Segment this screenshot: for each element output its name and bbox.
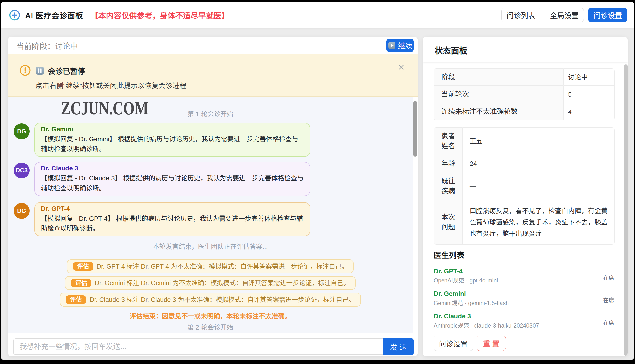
doctor-list-item: Dr. Gemini Gemini规范 · gemini-1.5-flash 在… bbox=[434, 289, 614, 307]
table-cell-value: — bbox=[463, 172, 615, 200]
message-gemini: DG Dr. Gemini 【模拟回复 - Dr. Gemini】 根据提供的病… bbox=[14, 123, 407, 157]
eval-box: 评估 Dr. Claude 3 标注 Dr. Claude 3 为不太准确：模拟… bbox=[60, 293, 361, 306]
doctors-list-title: 医生列表 bbox=[434, 250, 627, 260]
doctor-name: Dr. Claude 3 bbox=[434, 311, 614, 322]
round-divider: 第 2 轮会诊开始 bbox=[14, 324, 407, 331]
doctor-status: 在席 bbox=[603, 273, 614, 281]
paused-alert-banner: 会诊已暂停 点击右侧"继续"按钮或关闭此提示以恢复会诊进程 bbox=[8, 54, 418, 97]
message-bubble: Dr. Claude 3 【模拟回复 - Dr. Claude 3】 根据提供的… bbox=[35, 162, 310, 196]
message-text: 【模拟回复 - Dr. Gemini】 根据提供的病历与讨论历史，我认为需要进一… bbox=[41, 134, 304, 154]
chat-scrollbar-track[interactable] bbox=[413, 97, 418, 333]
table-row: 患者姓名 王五 bbox=[434, 127, 615, 155]
doctor-name: Dr. Gemini bbox=[41, 125, 304, 133]
table-row: 当前轮次 5 bbox=[434, 86, 615, 103]
consult-settings-button-secondary[interactable]: 问诊设置 bbox=[434, 336, 473, 351]
warning-circle-icon bbox=[20, 65, 31, 76]
app-logo-plus-icon bbox=[9, 10, 20, 20]
avatar: DG bbox=[14, 124, 30, 139]
doctor-spec: Anthropic规范 · claude-3-haiku-20240307 bbox=[434, 322, 614, 330]
doctor-status: 在席 bbox=[603, 296, 614, 304]
close-icon[interactable] bbox=[397, 63, 405, 71]
consultation-card: 当前阶段：讨论中 继续 bbox=[8, 37, 418, 356]
consult-list-button[interactable]: 问诊列表 bbox=[501, 8, 540, 22]
eval-badge: 评估 bbox=[73, 262, 93, 270]
reset-button[interactable]: 重 置 bbox=[477, 336, 506, 351]
doctor-spec: Gemini规范 · gemini-1.5-flash bbox=[434, 299, 614, 307]
chat-scroll-area[interactable]: ZCJUN.COM 第 1 轮会诊开始 DG Dr. Gemini 【模拟回复 … bbox=[8, 97, 413, 333]
table-row: 本次问题 口腔溃疡反复，看不见了，检查白内障，有金黄色葡萄球菌感染，反复手术，炎… bbox=[434, 200, 615, 244]
evaluation-row: 评估 Dr. Claude 3 标注 Dr. Claude 3 为不太准确：模拟… bbox=[14, 290, 407, 306]
page-title: AI 医疗会诊面板 bbox=[25, 10, 83, 20]
panel-scrollbar-thumb[interactable] bbox=[624, 64, 627, 356]
table-cell-label: 阶段 bbox=[434, 68, 563, 86]
stage-info-table: 阶段 讨论中 当前轮次 5 连续未标注不太准确轮数 4 bbox=[434, 68, 615, 120]
disclaimer-text: 【本内容仅供参考，身体不适尽早就医】 bbox=[91, 10, 229, 20]
table-cell-label: 当前轮次 bbox=[434, 86, 563, 103]
app-window: AI 医疗会诊面板 【本内容仅供参考，身体不适尽早就医】 问诊列表 全局设置 问… bbox=[1, 2, 634, 360]
avatar: DG bbox=[14, 203, 30, 219]
eval-text: Dr. Claude 3 标注 Dr. Claude 3 为不太准确：模拟模式：… bbox=[90, 295, 355, 304]
message-bubble: Dr. Gemini 【模拟回复 - Dr. Gemini】 根据提供的病历与讨… bbox=[35, 123, 310, 157]
chat-scrollbar-thumb[interactable] bbox=[414, 101, 417, 156]
pause-icon bbox=[36, 66, 44, 75]
table-cell-label: 患者姓名 bbox=[434, 127, 463, 155]
panel-buttons-row: 问诊设置 重 置 bbox=[434, 336, 627, 351]
doctor-list-item: Dr. Claude 3 Anthropic规范 · claude-3-haik… bbox=[434, 311, 614, 330]
status-panel-header: 状态面板 bbox=[423, 37, 627, 62]
message-claude: DC3 Dr. Claude 3 【模拟回复 - Dr. Claude 3】 根… bbox=[14, 162, 407, 196]
consult-settings-button[interactable]: 问诊设置 bbox=[588, 8, 627, 22]
eval-text: Dr. GPT-4 标注 Dr. GPT-4 为不太准确：模拟模式：自评其答案需… bbox=[97, 262, 348, 271]
status-panel: 状态面板 阶段 讨论中 当前轮次 5 连续未标注不太准确轮数 bbox=[423, 37, 627, 356]
patient-info-table: 患者姓名 王五 年龄 24 既往疾病 — 本次问题 bbox=[434, 127, 615, 244]
evaluation-row: 评估 Dr. Gemini 标注 Dr. Gemini 为不太准确：模拟模式：自… bbox=[14, 273, 407, 290]
table-cell-value: 4 bbox=[563, 103, 615, 120]
doctor-name: Dr. Gemini bbox=[434, 289, 614, 299]
play-icon bbox=[388, 42, 396, 49]
table-row: 阶段 讨论中 bbox=[434, 68, 615, 86]
table-cell-value: 24 bbox=[463, 155, 615, 172]
table-cell-label: 年龄 bbox=[434, 155, 463, 172]
continue-button[interactable]: 继续 bbox=[387, 39, 414, 52]
status-panel-title: 状态面板 bbox=[435, 44, 467, 56]
evaluation-row: 评估 Dr. GPT-4 标注 Dr. GPT-4 为不太准确：模拟模式：自评其… bbox=[14, 250, 407, 273]
send-button[interactable]: 发 送 bbox=[383, 338, 414, 355]
table-cell-value: 讨论中 bbox=[563, 68, 615, 86]
doctor-name: Dr. GPT-4 bbox=[434, 266, 614, 276]
global-settings-button[interactable]: 全局设置 bbox=[545, 8, 584, 22]
table-cell-label: 既往疾病 bbox=[434, 172, 463, 200]
table-row: 年龄 24 bbox=[434, 155, 615, 172]
table-cell-value: 5 bbox=[563, 86, 615, 103]
doctor-list-item: Dr. GPT-4 OpenAI规范 · gpt-4o-mini 在席 bbox=[434, 266, 614, 285]
table-row: 既往疾病 — bbox=[434, 172, 615, 200]
message-text: 【模拟回复 - Dr. Claude 3】 根据提供的病历与讨论历史，我认为需要… bbox=[41, 173, 304, 193]
chat-area-wrap: ZCJUN.COM 第 1 轮会诊开始 DG Dr. Gemini 【模拟回复 … bbox=[8, 97, 418, 333]
screenshot-frame: AI 医疗会诊面板 【本内容仅供参考，身体不适尽早就医】 问诊列表 全局设置 问… bbox=[0, 0, 635, 364]
eval-badge: 评估 bbox=[71, 279, 91, 287]
alert-title: 会诊已暂停 bbox=[48, 65, 85, 76]
composer-bar: 发 送 bbox=[8, 333, 418, 356]
doctor-spec: OpenAI规范 · gpt-4o-mini bbox=[434, 276, 614, 285]
avatar: DC3 bbox=[14, 162, 30, 178]
watermark: ZCJUN.COM bbox=[61, 98, 148, 120]
eval-result-text: 评估结束：因意见不一或未明确，本轮未标注不太准确。 bbox=[14, 312, 407, 320]
doctor-name: Dr. Claude 3 bbox=[41, 164, 304, 172]
message-bubble: Dr. GPT-4 【模拟回复 - Dr. GPT-4】 根据提供的病历与讨论历… bbox=[35, 202, 310, 236]
eval-box: 评估 Dr. GPT-4 标注 Dr. GPT-4 为不太准确：模拟模式：自评其… bbox=[67, 260, 354, 273]
table-cell-value: 王五 bbox=[463, 127, 615, 155]
doctor-status: 在席 bbox=[603, 318, 614, 326]
stage-status-bar: 当前阶段：讨论中 继续 bbox=[8, 37, 418, 54]
header: AI 医疗会诊面板 【本内容仅供参考，身体不适尽早就医】 问诊列表 全局设置 问… bbox=[1, 2, 634, 28]
table-row: 连续未标注不太准确轮数 4 bbox=[434, 103, 615, 120]
table-cell-value: 口腔溃疡反复，看不见了，检查白内障，有金黄色葡萄球菌感染，反复手术，炎症下不去，… bbox=[463, 200, 615, 244]
table-cell-label: 本次问题 bbox=[434, 200, 463, 244]
round-end-divider: 本轮发言结束，医生团队正在评估答案... bbox=[14, 243, 407, 250]
message-text: 【模拟回复 - Dr. GPT-4】 根据提供的病历与讨论历史，我认为需要进一步… bbox=[41, 214, 304, 234]
eval-badge: 评估 bbox=[66, 295, 86, 304]
doctor-name: Dr. GPT-4 bbox=[41, 205, 304, 212]
status-panel-scroll[interactable]: 阶段 讨论中 当前轮次 5 连续未标注不太准确轮数 4 bbox=[423, 62, 627, 356]
message-input[interactable] bbox=[13, 338, 383, 355]
eval-text: Dr. Gemini 标注 Dr. Gemini 为不太准确：模拟模式：自评其答… bbox=[95, 278, 350, 288]
alert-message: 点击右侧"继续"按钮或关闭此提示以恢复会诊进程 bbox=[36, 80, 186, 90]
current-stage-text: 当前阶段：讨论中 bbox=[16, 40, 78, 51]
eval-box: 评估 Dr. Gemini 标注 Dr. Gemini 为不太准确：模拟模式：自… bbox=[65, 276, 356, 290]
